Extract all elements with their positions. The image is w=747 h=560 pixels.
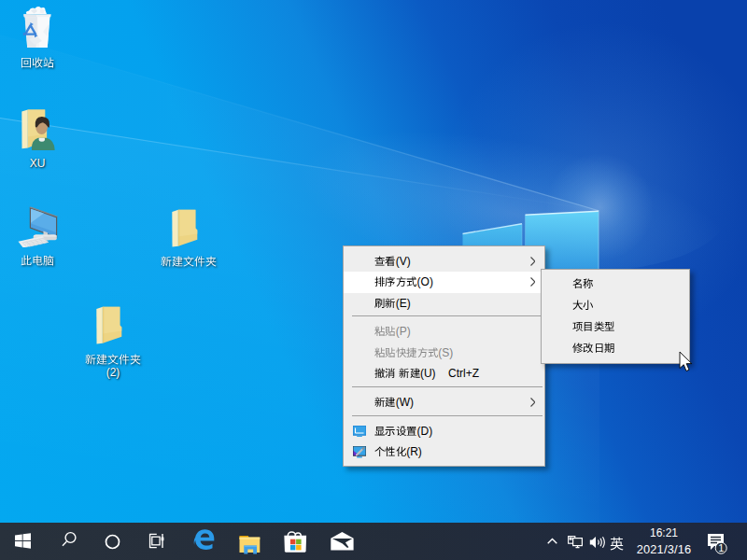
svg-text:1: 1 [718, 542, 724, 553]
